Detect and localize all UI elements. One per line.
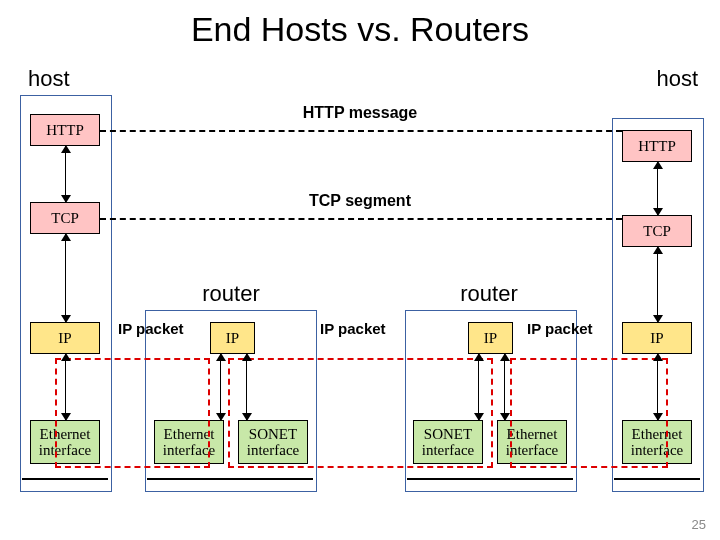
router-label-left: router	[186, 281, 276, 307]
floor-left-host	[22, 478, 108, 480]
ip-packet-label-3: IP packet	[527, 320, 593, 337]
right-arrow-ip-eth	[657, 354, 658, 420]
ip-packet-path-2	[228, 358, 493, 468]
router2-arrow-right	[504, 354, 505, 420]
slide-number: 25	[692, 517, 706, 532]
ip-packet-label-2: IP packet	[320, 320, 386, 337]
router1-arrow-left	[220, 354, 221, 420]
left-tcp-box: TCP	[30, 202, 100, 234]
floor-router1	[147, 478, 313, 480]
right-ip-box: IP	[622, 322, 692, 354]
left-arrow-tcp-ip	[65, 234, 66, 322]
host-label-right: host	[656, 66, 698, 92]
http-message-line	[100, 130, 622, 132]
ip-packet-label-1: IP packet	[118, 320, 184, 337]
router2-ip-box: IP	[468, 322, 513, 354]
router2-arrow-left	[478, 354, 479, 420]
host-label-left: host	[28, 66, 70, 92]
tcp-segment-line	[100, 218, 622, 220]
left-ip-box: IP	[30, 322, 100, 354]
right-tcp-box: TCP	[622, 215, 692, 247]
floor-right-host	[614, 478, 700, 480]
right-arrow-http-tcp	[657, 162, 658, 215]
router-label-right: router	[444, 281, 534, 307]
ip-packet-path-1	[55, 358, 210, 468]
tcp-segment-label: TCP segment	[280, 192, 440, 210]
router1-ip-box: IP	[210, 322, 255, 354]
left-arrow-ip-eth	[65, 354, 66, 420]
http-message-label: HTTP message	[280, 104, 440, 122]
left-http-box: HTTP	[30, 114, 100, 146]
router1-arrow-right	[246, 354, 247, 420]
floor-router2	[407, 478, 573, 480]
slide-title: End Hosts vs. Routers	[0, 0, 720, 49]
right-arrow-tcp-ip	[657, 247, 658, 322]
left-arrow-http-tcp	[65, 146, 66, 202]
right-http-box: HTTP	[622, 130, 692, 162]
ip-packet-path-3	[510, 358, 668, 468]
